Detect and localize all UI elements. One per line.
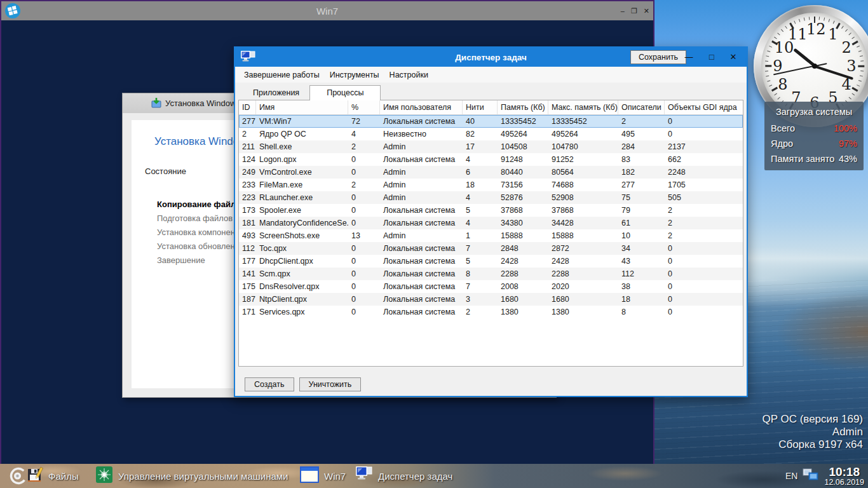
table-cell: 112 — [239, 242, 256, 255]
clock-tick — [785, 26, 788, 29]
table-cell: Toc.qpx — [256, 242, 348, 255]
process-row[interactable]: 2Ядро QP ОС4Неизвестно824952644952644950 — [239, 128, 743, 140]
process-row[interactable]: 187NtpClient.qpx0Локальная система316801… — [239, 293, 743, 306]
table-cell: Scm.qpx — [256, 268, 348, 280]
table-cell: 0 — [665, 242, 743, 255]
column-header[interactable]: Описатели — [618, 100, 665, 114]
clock-numeral: 11 — [788, 26, 804, 43]
taskbar-item-label: Файлы — [48, 471, 79, 482]
table-cell: 2248 — [665, 166, 743, 179]
table-cell: 0 — [348, 217, 380, 229]
process-row[interactable]: 249VmControl.exe0Admin680440805641822248 — [239, 166, 743, 179]
process-row[interactable]: 493ScreenShots.exe13Admin11588815888102 — [239, 229, 743, 242]
restore-icon[interactable]: ❐ — [631, 7, 637, 15]
table-cell: 2428 — [498, 255, 548, 268]
column-header[interactable]: Имя — [256, 100, 348, 114]
load-label: Ядро — [771, 136, 793, 151]
column-header[interactable]: Память (Кб) — [498, 100, 548, 114]
table-cell: 249 — [239, 166, 256, 179]
column-header[interactable]: Макс. память (Кб)▾ — [548, 100, 618, 114]
table-cell: 233 — [239, 179, 256, 191]
taskbar-item-label: Управление виртуальными машинами — [118, 471, 288, 482]
task-manager-window[interactable]: Диспетчер задач Сохранить — □ ✕ Завершен… — [234, 46, 748, 397]
table-cell: 0 — [348, 293, 380, 306]
clock-tick — [768, 80, 771, 82]
table-cell: 82 — [463, 128, 498, 140]
process-row[interactable]: 177DhcpClient.qpx0Локальная система52428… — [239, 255, 743, 268]
table-cell: 2020 — [548, 280, 618, 293]
table-cell: FileMan.exe — [256, 179, 348, 191]
process-row[interactable]: 173Spooler.exe0Локальная система53786837… — [239, 204, 743, 217]
table-cell: VM:Win7 — [256, 115, 348, 128]
table-cell: 223 — [239, 191, 256, 204]
table-cell: 4 — [348, 128, 380, 140]
tab-applications[interactable]: Приложения — [243, 87, 309, 100]
process-row[interactable]: 175DnsResolver.qpx0Локальная система7200… — [239, 280, 743, 293]
tab-strip: ПриложенияПроцессы — [235, 83, 747, 100]
win7-window-controls: – ❐ ✕ — [621, 1, 649, 20]
minimize-icon[interactable]: — — [683, 48, 695, 67]
close-icon[interactable]: ✕ — [728, 48, 739, 67]
load-label: Памяти занято — [771, 151, 834, 166]
process-row[interactable]: 277VM:Win772Локальная система40133354521… — [239, 115, 743, 128]
table-cell: 91248 — [498, 153, 548, 166]
process-row[interactable]: 112Toc.qpx0Локальная система728482872340 — [239, 242, 743, 255]
taskbar-item-task-manager[interactable]: Диспетчер задач — [354, 464, 452, 488]
minimize-icon[interactable]: – — [621, 7, 625, 15]
close-icon[interactable]: ✕ — [644, 7, 649, 15]
start-button[interactable] — [9, 466, 28, 485]
table-cell: Локальная система — [380, 204, 463, 217]
table-cell: 187 — [239, 293, 256, 306]
process-row[interactable]: 141Scm.qpx0Локальная система822882288112… — [239, 268, 743, 280]
process-row[interactable]: 211Shell.exe2Admin171045081047802842137 — [239, 140, 743, 153]
language-indicator[interactable]: EN — [785, 471, 797, 481]
taskbar-item-files[interactable]: Файлы — [27, 464, 79, 488]
process-row[interactable]: 124Logon.qpx0Локальная система4912489125… — [239, 153, 743, 166]
column-header[interactable]: ID — [239, 100, 256, 114]
process-row[interactable]: 171Services.qpx0Локальная система2138013… — [239, 306, 743, 318]
win7-titlebar[interactable]: Win7 – ❐ ✕ — [1, 1, 653, 20]
tray-clock[interactable]: 10:18 12.06.2019 — [824, 466, 864, 487]
menu-item-tools[interactable]: Инструменты — [325, 68, 384, 82]
table-cell: 79 — [618, 204, 665, 217]
clock-tick — [766, 55, 770, 57]
table-cell: DhcpClient.qpx — [256, 255, 348, 268]
table-cell: 1380 — [548, 306, 618, 318]
process-row[interactable]: 223RLauncher.exe0Admin4528765290875505 — [239, 191, 743, 204]
table-cell: 0 — [665, 115, 743, 128]
menu-item-settings[interactable]: Настройки — [384, 68, 433, 82]
table-cell: 43 — [618, 255, 665, 268]
taskbar-item-win7[interactable]: Win7 — [300, 464, 346, 488]
table-cell: 171 — [239, 306, 256, 318]
clock-tick — [778, 97, 781, 99]
clock-tick — [861, 60, 864, 62]
column-header[interactable]: % — [348, 100, 380, 114]
tab-processes[interactable]: Процессы — [309, 85, 381, 100]
column-header[interactable]: Нити — [463, 100, 498, 114]
table-cell: 37868 — [548, 204, 618, 217]
table-cell: RLauncher.exe — [256, 191, 348, 204]
taskbar-item-vm-manager[interactable]: Управление виртуальными машинами — [95, 464, 288, 488]
maximize-icon[interactable]: □ — [706, 48, 717, 67]
table-cell: NtpClient.qpx — [256, 293, 348, 306]
save-button[interactable]: Сохранить — [630, 50, 686, 64]
column-header[interactable]: Имя пользователя — [380, 100, 463, 114]
table-cell: 104780 — [548, 140, 618, 153]
kill-process-button[interactable]: Уничтожить — [299, 377, 362, 391]
system-load-widget: Загрузка системы Всего100%Ядро97%Памяти … — [764, 102, 864, 170]
column-header[interactable]: Объекты GDI ядра — [665, 100, 743, 114]
table-cell: Admin — [380, 179, 463, 191]
process-row[interactable]: 181MandatoryConfidenceSe...0Локальная си… — [239, 217, 743, 229]
process-row[interactable]: 233FileMan.exe2Admin1873156746882771705 — [239, 179, 743, 191]
clock-tick — [845, 29, 848, 32]
clock-tick — [809, 17, 810, 20]
create-process-button[interactable]: Создать — [245, 377, 294, 391]
table-cell: 61 — [618, 217, 665, 229]
task-manager-titlebar[interactable]: Диспетчер задач Сохранить — □ ✕ — [235, 48, 747, 67]
table-cell: 74688 — [548, 179, 618, 191]
table-cell: 91252 — [548, 153, 618, 166]
table-cell: Admin — [380, 229, 463, 242]
menu-item-shutdown[interactable]: Завершение работы — [239, 68, 325, 82]
network-icon[interactable] — [803, 468, 819, 484]
clock-tick — [781, 29, 783, 32]
